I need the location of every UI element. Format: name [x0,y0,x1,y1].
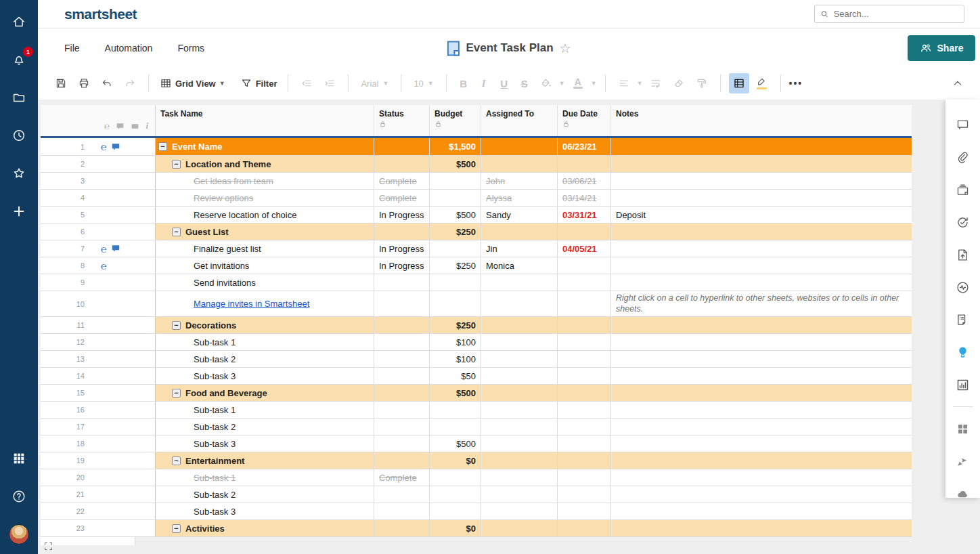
cell-notes[interactable] [611,402,912,418]
cell-status[interactable] [374,368,430,384]
expand-fullscreen-icon[interactable] [43,541,53,551]
cell-assigned-to[interactable] [481,435,558,452]
cell-task-name[interactable]: Finalize guest list [156,240,374,257]
cell-status[interactable] [374,156,430,172]
app-launcher-icon[interactable] [9,448,29,469]
cell-notes[interactable] [611,223,912,240]
cell-assigned-to[interactable] [481,385,558,401]
cell-status[interactable] [374,486,430,503]
row-number-cell[interactable]: 21 [41,486,156,503]
cell-budget[interactable] [430,419,481,435]
global-search[interactable] [814,5,964,23]
cell-due-date[interactable] [558,291,611,316]
attachments-paperclip-icon[interactable] [952,141,975,173]
cell-status[interactable] [374,385,430,401]
cell-notes[interactable] [611,173,912,189]
cell-status[interactable] [374,223,430,240]
cloud-apps-icon[interactable] [952,477,975,510]
cell-assigned-to[interactable] [481,274,558,291]
cell-notes[interactable] [611,452,912,469]
cell-due-date[interactable] [558,435,611,452]
cell-task-name[interactable]: −Guest List [156,223,374,240]
text-color-icon[interactable]: A [568,73,588,93]
cell-status[interactable]: Complete [374,173,430,189]
cell-assigned-to[interactable] [481,503,558,519]
grid-row[interactable]: 12Sub-task 1$100 [41,334,912,351]
cell-assigned-to[interactable] [481,334,558,350]
cell-assigned-to[interactable] [481,368,558,384]
row-number-cell[interactable]: 14 [41,368,156,384]
cell-due-date[interactable] [558,368,611,384]
cell-task-name[interactable]: −Decorations [156,317,374,333]
row-number-cell[interactable]: 8℮ [41,257,156,274]
help-icon[interactable] [9,486,29,507]
cell-due-date[interactable] [558,486,611,503]
collapse-minus-icon[interactable]: − [172,228,181,236]
column-header-due-date[interactable]: Due Date [558,105,611,136]
collapse-minus-icon[interactable]: − [172,389,181,398]
menu-forms[interactable]: Forms [177,43,204,54]
cell-assigned-to[interactable]: John [481,173,558,189]
cell-notes[interactable] [611,486,912,503]
cell-status[interactable] [374,334,430,350]
cell-budget[interactable] [430,173,481,189]
cell-due-date[interactable] [558,452,611,469]
cell-due-date[interactable] [558,402,611,418]
column-header-budget[interactable]: Budget [430,105,481,136]
cell-status[interactable] [374,274,430,291]
more-options-icon[interactable]: ••• [789,78,803,89]
cell-budget[interactable]: $500 [430,207,481,223]
cell-assigned-to[interactable]: Jin [481,240,558,257]
home-icon[interactable] [9,12,29,32]
row-number-cell[interactable]: 4 [41,190,156,206]
cell-assigned-to[interactable] [481,402,558,418]
cell-budget[interactable] [430,486,481,503]
cell-due-date[interactable] [558,469,611,486]
row-number-cell[interactable]: 18 [41,435,156,452]
cell-notes[interactable] [611,138,912,155]
cell-budget[interactable]: $250 [430,317,481,333]
row-number-cell[interactable]: 7℮ [41,240,156,257]
cell-budget[interactable] [430,469,481,486]
cell-assigned-to[interactable] [481,291,558,316]
menu-automation[interactable]: Automation [105,43,153,54]
cell-status[interactable] [374,435,430,452]
grid-row[interactable]: 16Sub-task 1 [41,402,912,419]
comment-icon[interactable] [111,142,120,152]
cell-status[interactable] [374,419,430,435]
grid-row[interactable]: 17Sub-task 2 [41,419,912,435]
font-family-select[interactable]: Arial ▼ [357,79,393,89]
grid-row[interactable]: 11−Decorations$250 [41,317,912,334]
cell-notes[interactable] [611,190,912,206]
cell-due-date[interactable] [558,257,611,274]
row-number-cell[interactable]: 10 [41,291,156,316]
view-selector[interactable]: Grid View ▼ [157,77,228,89]
cell-budget[interactable] [430,190,481,206]
cell-notes[interactable] [611,257,912,274]
create-plus-icon[interactable] [9,201,29,221]
grid-row[interactable]: 13Sub-task 2$100 [41,351,912,368]
grid-row[interactable]: 15−Food and Beverage$500 [41,385,912,402]
cell-assigned-to[interactable]: Sandy [481,207,558,223]
print-icon[interactable] [74,73,94,93]
cell-status[interactable] [374,452,430,469]
redo-icon[interactable] [120,73,140,93]
cell-due-date[interactable] [558,274,611,291]
cell-status[interactable]: In Progress [374,207,430,223]
cell-notes[interactable] [611,240,912,257]
grid-row[interactable]: 8℮Get invitationsIn Progress$250Monica [41,257,912,274]
undo-icon[interactable] [97,73,117,93]
row-number-cell[interactable]: 19 [41,452,156,469]
cell-assigned-to[interactable]: Alyssa [481,190,558,206]
cell-budget[interactable]: $250 [430,257,481,274]
grid-row[interactable]: 5Reserve location of choiceIn Progress$5… [41,207,912,223]
cell-task-name[interactable]: −Location and Theme [156,156,374,172]
attachment-icon[interactable]: ℮ [101,244,107,254]
grid-row[interactable]: 2−Location and Theme$500 [41,156,912,173]
grid-row[interactable]: 18Sub-task 3$500 [41,435,912,452]
cell-status[interactable] [374,503,430,519]
grid-row[interactable]: 3Get ideas from teamCompleteJohn03/06/21 [41,173,912,190]
cell-due-date[interactable]: 03/31/21 [558,207,611,223]
row-info-icon[interactable]: i [146,121,148,131]
attachment-column-icon[interactable]: ℮ [104,121,110,131]
